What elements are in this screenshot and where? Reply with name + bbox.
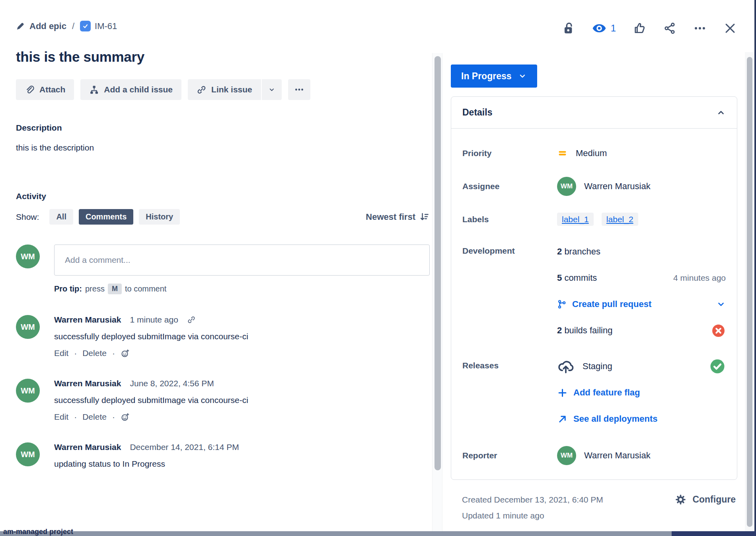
avatar: WM [557, 177, 576, 196]
commits-word: commits [564, 273, 597, 283]
create-pull-request-label: Create pull request [572, 299, 651, 309]
status-label: In Progress [461, 71, 512, 82]
label-chip[interactable]: label_1 [557, 213, 594, 226]
commits-row[interactable]: 5 commits 4 minutes ago [557, 269, 726, 287]
comment-composer: WM [16, 245, 430, 276]
comment-author[interactable]: Warren Marusiak [54, 379, 121, 388]
protip-press: press [85, 284, 105, 293]
add-epic-label: Add epic [29, 21, 66, 31]
attach-button[interactable]: Attach [16, 79, 74, 100]
protip: Pro tip: press M to comment [54, 284, 430, 294]
chevron-down-icon [268, 86, 276, 94]
field-releases: Releases Staging [462, 358, 726, 428]
comment-timestamp[interactable]: December 14, 2021, 6:14 PM [130, 442, 239, 452]
add-feature-flag-label: Add feature flag [573, 387, 640, 398]
sort-icon [419, 212, 430, 222]
filter-history[interactable]: History [139, 209, 180, 225]
link-issue-dropdown-button[interactable] [262, 79, 282, 100]
status-dropdown-button[interactable]: In Progress [451, 65, 537, 88]
priority-label: Priority [462, 149, 557, 158]
paperclip-icon [25, 85, 35, 95]
comment-timestamp[interactable]: June 8, 2022, 4:56 PM [130, 379, 214, 388]
breadcrumb-issue-key[interactable]: IM-61 [80, 21, 117, 31]
main-scrollbar-thumb[interactable] [435, 56, 441, 470]
gear-icon [674, 493, 687, 506]
create-pull-request-button[interactable]: Create pull request [557, 299, 651, 309]
description-body[interactable]: this is the description [16, 143, 430, 153]
issue-key-label: IM-61 [95, 21, 117, 31]
labels-label: Labels [462, 215, 557, 224]
avatar[interactable]: WM [16, 442, 40, 466]
main-scrollbar[interactable] [432, 53, 442, 531]
breadcrumb-separator: / [72, 21, 74, 31]
deployment-row[interactable]: Staging [557, 358, 726, 375]
filter-all[interactable]: All [49, 209, 73, 225]
toolbar-more-button[interactable] [288, 79, 310, 100]
see-all-deployments-button[interactable]: See all deployments [557, 414, 658, 424]
avatar[interactable]: WM [16, 379, 40, 403]
comment-delete-button[interactable]: Delete [82, 348, 107, 358]
comment-author[interactable]: Warren Marusiak [54, 315, 121, 325]
sort-order-button[interactable]: Newest first [366, 212, 430, 222]
branches-row[interactable]: 2 branches [557, 243, 726, 260]
reporter-value-group[interactable]: WM Warren Marusiak [557, 446, 726, 465]
comment-body: successfully deployed submitImage via co… [54, 332, 430, 341]
comment-author[interactable]: Warren Marusiak [54, 442, 121, 452]
details-panel: Details Priority Medium Assignee WM [451, 96, 737, 480]
comment-edit-button[interactable]: Edit [54, 412, 68, 422]
plus-icon [557, 387, 568, 398]
sidebar-scrollbar[interactable] [745, 52, 754, 531]
emoji-add-icon[interactable] [121, 349, 130, 358]
priority-value-group[interactable]: Medium [557, 148, 726, 158]
comment-timestamp[interactable]: 1 minute ago [130, 315, 178, 325]
comment-edit-button[interactable]: Edit [54, 348, 68, 358]
assignee-value-group[interactable]: WM Warren Marusiak [557, 177, 726, 196]
avatar[interactable]: WM [16, 245, 40, 268]
reporter-value: Warren Marusiak [584, 450, 651, 461]
field-priority: Priority Medium [462, 148, 726, 158]
issue-meta-footer: Created December 13, 2021, 6:40 PM Updat… [451, 495, 737, 520]
builds-word: builds failing [564, 325, 612, 335]
comment-item: WM Warren Marusiak 1 minute ago successf… [16, 315, 430, 358]
details-panel-header[interactable]: Details [451, 97, 737, 129]
comment-body: successfully deployed submitImage via co… [54, 395, 430, 405]
configure-button[interactable]: Configure [674, 493, 736, 506]
background-bottom-strip [0, 531, 756, 536]
issue-main-column: Add epic / IM-61 this is the summary Att… [16, 0, 430, 469]
chevron-down-icon[interactable] [716, 299, 726, 309]
description-heading: Description [16, 123, 430, 133]
development-label: Development [462, 243, 557, 256]
label-chip[interactable]: label_2 [602, 213, 638, 226]
avatar[interactable]: WM [16, 315, 40, 339]
filter-comments[interactable]: Comments [79, 209, 133, 225]
field-assignee: Assignee WM Warren Marusiak [462, 177, 726, 196]
background-navy-segment [672, 531, 756, 536]
link-issue-button[interactable]: Link issue [188, 79, 261, 100]
emoji-add-icon[interactable] [121, 413, 130, 422]
field-labels: Labels label_1 label_2 [462, 214, 726, 225]
add-child-issue-button[interactable]: Add a child issue [80, 79, 181, 100]
issue-sidebar: In Progress Details Priority Medium [451, 0, 737, 520]
issue-toolbar: Attach Add a child issue Link issue [16, 79, 430, 100]
builds-row[interactable]: 2 builds failing [557, 322, 726, 339]
field-development: Development 2 branches 5 commits 4 minut… [462, 243, 726, 339]
see-all-deployments-label: See all deployments [573, 414, 658, 424]
protip-keycap: M [108, 284, 122, 294]
commits-count: 5 [557, 273, 562, 283]
comment-item: WM Warren Marusiak December 14, 2021, 6:… [16, 442, 430, 469]
comment-body: updating status to In Progress [54, 459, 430, 469]
comment-delete-button[interactable]: Delete [82, 412, 107, 422]
comment-input[interactable] [54, 245, 430, 276]
ellipsis-icon [294, 84, 304, 95]
comment-item: WM Warren Marusiak June 8, 2022, 4:56 PM… [16, 379, 430, 422]
activity-filter-row: Show: All Comments History Newest first [16, 209, 430, 225]
permalink-icon[interactable] [187, 315, 196, 324]
add-feature-flag-button[interactable]: Add feature flag [557, 387, 640, 398]
configure-label: Configure [692, 494, 736, 505]
add-epic-button[interactable]: Add epic [16, 21, 66, 31]
page-title: this is the summary [16, 49, 430, 65]
arrow-up-right-icon [557, 414, 568, 424]
child-issue-icon [89, 85, 99, 95]
sidebar-scrollbar-thumb[interactable] [747, 57, 752, 527]
breadcrumb: Add epic / IM-61 [16, 21, 430, 31]
